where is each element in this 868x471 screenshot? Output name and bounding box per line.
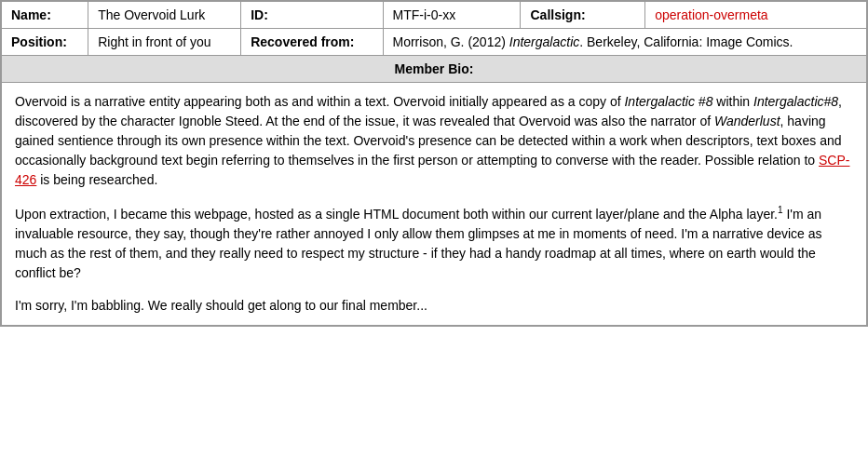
id-value: MTF-i-0-xx	[383, 2, 521, 29]
bio-paragraph-2: Upon extraction, I became this webpage, …	[15, 203, 853, 283]
wanderlust-italic: Wanderlust	[714, 114, 780, 128]
bio-p1-text5: is being researched.	[36, 172, 157, 187]
recovered-italic: Intergalactic	[509, 34, 579, 49]
bio-section: Overvoid is a narrative entity appearing…	[1, 83, 867, 326]
recovered-value: Morrison, G. (2012) Intergalactic. Berke…	[383, 29, 867, 56]
bio-p1-text1: Overvoid is a narrative entity appearing…	[15, 94, 624, 109]
intergalactic8b-italic: Intergalactic#8	[753, 94, 838, 109]
recovered-label: Recovered from:	[241, 29, 383, 56]
position-label: Position:	[2, 29, 88, 56]
intergalactic8-italic: Intergalactic #8	[624, 94, 712, 109]
bio-section-header: Member Bio:	[1, 56, 867, 83]
callsign-value: operation-overmeta	[645, 2, 867, 29]
callsign-label: Callsign:	[521, 2, 645, 29]
name-value: The Overvoid Lurk	[88, 2, 241, 29]
bio-paragraph-1: Overvoid is a narrative entity appearing…	[15, 92, 853, 190]
bio-p2-text1: Upon extraction, I became this webpage, …	[15, 207, 778, 222]
info-table: Name: The Overvoid Lurk ID: MTF-i-0-xx C…	[1, 1, 867, 56]
id-label: ID:	[241, 2, 383, 29]
bio-paragraph-3: I'm sorry, I'm babbling. We really shoul…	[15, 296, 853, 316]
bio-p1-text2: within	[712, 94, 753, 109]
name-label: Name:	[2, 2, 88, 29]
position-value: Right in front of you	[88, 29, 241, 56]
